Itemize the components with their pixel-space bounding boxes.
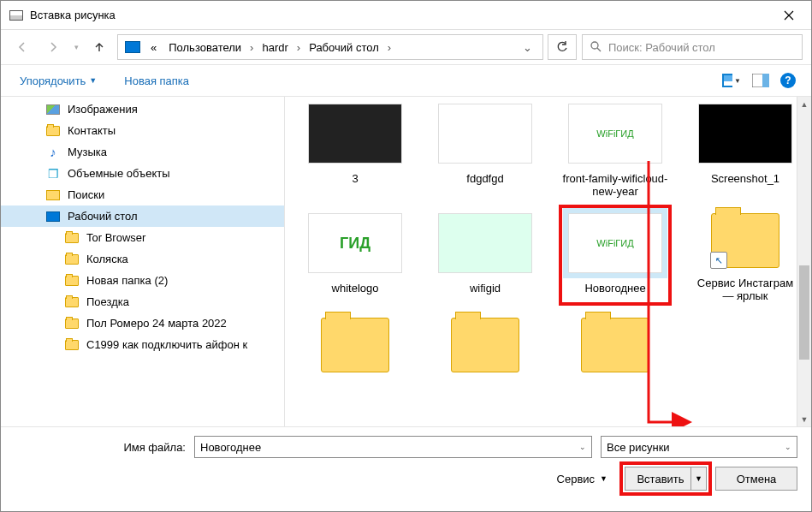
cancel-label: Отмена xyxy=(737,473,777,485)
nav-recent-dropdown[interactable]: ▾ xyxy=(71,35,81,59)
thumbnail: WiFiГИД xyxy=(568,104,662,164)
folder-icon xyxy=(64,295,80,309)
tree-item[interactable]: ♪Музыка xyxy=(1,141,284,163)
scroll-up-button[interactable]: ▲ xyxy=(797,97,811,111)
breadcrumb[interactable]: « Пользователи › hardr › Рабочий стол › … xyxy=(117,34,543,60)
tree-item[interactable]: Поиски xyxy=(1,184,284,205)
tree-item[interactable]: ❒Объемные объекты xyxy=(1,163,284,184)
file-name: Screenshot_1 xyxy=(711,172,779,185)
chevron-down-icon: ▼ xyxy=(734,77,741,85)
file-item[interactable]: wifigid xyxy=(430,206,540,304)
nav-up-button[interactable] xyxy=(86,35,112,59)
tree-item[interactable]: Рабочий стол xyxy=(1,205,284,227)
footer: Имя файла: Новогоднее ⌄ Все рисунки ⌄ Се… xyxy=(1,426,811,511)
arrow-right-icon xyxy=(47,41,59,53)
scroll-track[interactable] xyxy=(797,111,811,412)
file-item[interactable]: WiFiГИДНовогоднее xyxy=(560,206,670,304)
folder-icon xyxy=(451,318,519,372)
chevron-down-icon: ▼ xyxy=(89,76,97,85)
insert-label: Вставить xyxy=(637,473,684,485)
thumbnail: WiFiГИД xyxy=(568,213,662,273)
nav-tree[interactable]: ИзображенияКонтакты♪Музыка❒Объемные объе… xyxy=(1,97,285,426)
music-icon: ♪ xyxy=(45,146,61,159)
tools-button[interactable]: Сервис ▼ xyxy=(557,473,608,485)
filter-value: Все рисунки xyxy=(607,441,670,454)
tree-item-label: Музыка xyxy=(68,146,107,158)
insert-dropdown[interactable]: ▼ xyxy=(690,467,706,490)
chevron-right-icon: › xyxy=(295,41,302,54)
scrollbar[interactable]: ▲ ▼ xyxy=(797,97,811,426)
folder-icon xyxy=(64,317,80,330)
folder-icon xyxy=(64,338,80,352)
file-name: front-family-wificloud-new-year xyxy=(562,172,668,198)
view-thumbnails-button[interactable]: ▼ xyxy=(722,73,741,88)
refresh-button[interactable] xyxy=(548,34,577,60)
filename-value: Новогоднее xyxy=(200,441,261,454)
tree-item[interactable]: Контакты xyxy=(1,120,284,141)
chevron-down-icon: ⌄ xyxy=(785,443,791,451)
file-item[interactable]: ГИДwhitelogo xyxy=(300,206,410,304)
tree-item-label: Новая папка (2) xyxy=(86,274,168,287)
tree-item-label: Поездка xyxy=(86,295,129,308)
button-row: Сервис ▼ Вставить ▼ Отмена xyxy=(15,467,797,491)
search-input[interactable]: Поиск: Рабочий стол xyxy=(582,34,803,60)
chevron-down-icon: ⌄ xyxy=(579,443,586,451)
file-open-dialog: Вставка рисунка ▾ « Пользователи › hardr… xyxy=(0,0,812,512)
folder-icon xyxy=(64,231,80,245)
file-item[interactable] xyxy=(300,311,410,383)
file-item[interactable]: Сервис Инстаграм — ярлык xyxy=(690,206,800,304)
file-item[interactable] xyxy=(560,311,670,383)
search-icon xyxy=(45,188,61,202)
search-placeholder: Поиск: Рабочий стол xyxy=(608,41,715,54)
thumbnail xyxy=(438,104,532,164)
window-icon xyxy=(9,10,23,21)
new-folder-button[interactable]: Новая папка xyxy=(121,71,193,91)
tree-item[interactable]: Поездка xyxy=(1,291,284,313)
tree-item-label: Объемные объекты xyxy=(68,167,170,180)
chevron-right-icon: › xyxy=(248,41,255,54)
crumb-part[interactable]: hardr xyxy=(257,39,293,56)
crumb-prefix: « xyxy=(145,39,162,56)
preview-pane-button[interactable] xyxy=(751,73,770,88)
nav-forward-button[interactable] xyxy=(40,35,66,59)
tree-item-label: Коляска xyxy=(86,253,128,265)
scroll-handle[interactable] xyxy=(799,265,809,360)
body-area: ИзображенияКонтакты♪Музыка❒Объемные объе… xyxy=(1,97,811,426)
tree-item[interactable]: Коляска xyxy=(1,248,284,270)
file-item[interactable] xyxy=(430,311,540,383)
tree-item[interactable]: Изображения xyxy=(1,98,284,120)
organize-button[interactable]: Упорядочить ▼ xyxy=(16,71,100,91)
folder-icon xyxy=(711,213,779,268)
desktop-icon xyxy=(45,210,61,223)
cube-icon: ❒ xyxy=(45,167,61,181)
tree-item[interactable]: Новая папка (2) xyxy=(1,270,284,291)
folder-icon xyxy=(45,124,61,138)
crumb-part[interactable]: Пользователи xyxy=(163,39,246,56)
tree-item[interactable]: Tor Browser xyxy=(1,227,284,248)
search-icon xyxy=(590,40,602,55)
insert-button[interactable]: Вставить ▼ xyxy=(625,467,707,491)
file-name: Новогоднее xyxy=(584,282,645,295)
folder-icon xyxy=(64,253,80,266)
crumb-part[interactable]: Рабочий стол xyxy=(304,39,384,56)
scroll-down-button[interactable]: ▼ xyxy=(797,412,811,426)
file-item[interactable]: WiFiГИДfront-family-wificloud-new-year xyxy=(560,97,670,199)
folder-icon xyxy=(321,318,389,372)
file-item[interactable]: fdgdfgd xyxy=(430,97,540,199)
file-list[interactable]: 3fdgdfgdWiFiГИДfront-family-wificloud-ne… xyxy=(285,97,811,426)
folder-icon xyxy=(581,318,649,372)
help-button[interactable]: ? xyxy=(780,73,796,88)
svg-point-0 xyxy=(591,42,598,49)
tree-item[interactable]: Пол Ромеро 24 марта 2022 xyxy=(1,313,284,334)
nav-back-button[interactable] xyxy=(9,35,35,59)
breadcrumb-dropdown[interactable]: ⌄ xyxy=(516,41,539,54)
filetype-filter[interactable]: Все рисунки ⌄ xyxy=(601,436,797,458)
tree-item[interactable]: С1999 как подключить айфон к xyxy=(1,334,284,355)
location-icon xyxy=(125,41,140,53)
filename-input[interactable]: Новогоднее ⌄ xyxy=(194,436,592,458)
file-item[interactable]: Screenshot_1 xyxy=(690,97,800,199)
cancel-button[interactable]: Отмена xyxy=(715,467,797,491)
thumbnail xyxy=(308,104,402,164)
file-item[interactable]: 3 xyxy=(300,97,410,199)
close-button[interactable] xyxy=(769,3,808,28)
